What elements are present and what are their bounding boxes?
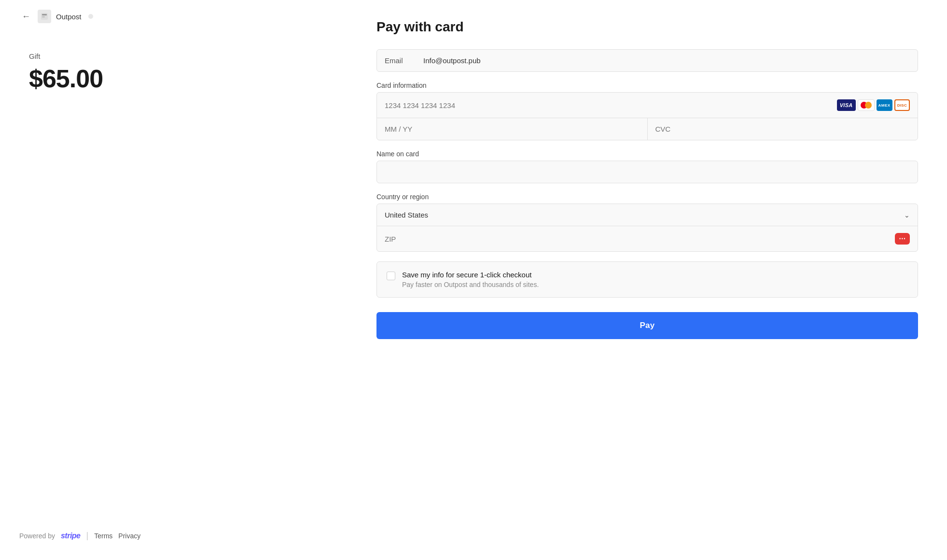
save-info-text: Save my info for secure 1-click checkout… (402, 271, 539, 288)
product-price: $65.00 (29, 64, 319, 93)
footer-divider: | (86, 531, 89, 541)
name-on-card-input[interactable] (376, 161, 918, 183)
card-bottom-row (377, 118, 918, 140)
tab-indicator (88, 14, 93, 19)
chevron-down-icon: ⌄ (904, 211, 910, 219)
back-button[interactable]: ← (19, 10, 33, 23)
country-select[interactable]: United States ⌄ (377, 204, 918, 226)
terms-link[interactable]: Terms (94, 532, 112, 540)
email-field-group: Email Info@outpost.pub (376, 49, 918, 72)
country-field-group: Country or region United States ⌄ ⋯ (376, 193, 918, 252)
card-section-label: Card information (376, 82, 918, 89)
country-label: Country or region (376, 193, 918, 201)
expiry-input[interactable] (377, 118, 648, 140)
browser-bar: ← Outpost (19, 10, 328, 23)
left-footer: Powered by stripe | Terms Privacy (19, 521, 328, 550)
save-info-checkbox[interactable] (387, 272, 395, 280)
amex-icon: AMEX (877, 99, 892, 111)
zip-dots-icon: ⋯ (895, 233, 910, 245)
card-field-group: Card information VISA AMEX DISC (376, 82, 918, 140)
powered-by-text: Powered by (19, 532, 55, 540)
card-number-input[interactable] (385, 101, 832, 109)
svg-rect-1 (42, 14, 47, 15)
email-label: Email (385, 56, 423, 65)
card-info-wrapper: VISA AMEX DISC (376, 92, 918, 140)
visa-icon: VISA (837, 99, 856, 111)
pay-button[interactable]: Pay (376, 312, 918, 339)
name-label: Name on card (376, 150, 918, 158)
right-panel: Pay with card Email Info@outpost.pub Car… (348, 0, 947, 560)
tab-title: Outpost (56, 13, 82, 21)
product-section: Gift $65.00 (19, 52, 328, 521)
name-field-group: Name on card (376, 150, 918, 183)
discover-icon: DISC (894, 99, 910, 111)
cvc-input[interactable] (648, 118, 918, 140)
page-title: Pay with card (376, 19, 918, 35)
card-icons: VISA AMEX DISC (837, 99, 910, 111)
zip-row: ⋯ (377, 226, 918, 251)
country-wrapper: United States ⌄ ⋯ (376, 204, 918, 252)
stripe-logo: stripe (61, 532, 81, 540)
save-main-label: Save my info for secure 1-click checkout (402, 271, 539, 279)
email-row: Email Info@outpost.pub (376, 49, 918, 72)
zip-input[interactable] (385, 235, 895, 243)
mastercard-icon (858, 99, 875, 111)
country-value: United States (385, 211, 904, 219)
email-value: Info@outpost.pub (423, 56, 481, 65)
product-label: Gift (29, 52, 319, 60)
privacy-link[interactable]: Privacy (118, 532, 140, 540)
tab-icon (38, 10, 51, 23)
card-number-row: VISA AMEX DISC (377, 93, 918, 118)
payment-form: Email Info@outpost.pub Card information … (376, 49, 918, 339)
save-info-box: Save my info for secure 1-click checkout… (376, 261, 918, 298)
save-sub-label: Pay faster on Outpost and thousands of s… (402, 281, 539, 288)
svg-rect-2 (42, 16, 45, 17)
left-panel: ← Outpost Gift $65.00 Powered by stripe … (0, 0, 348, 560)
